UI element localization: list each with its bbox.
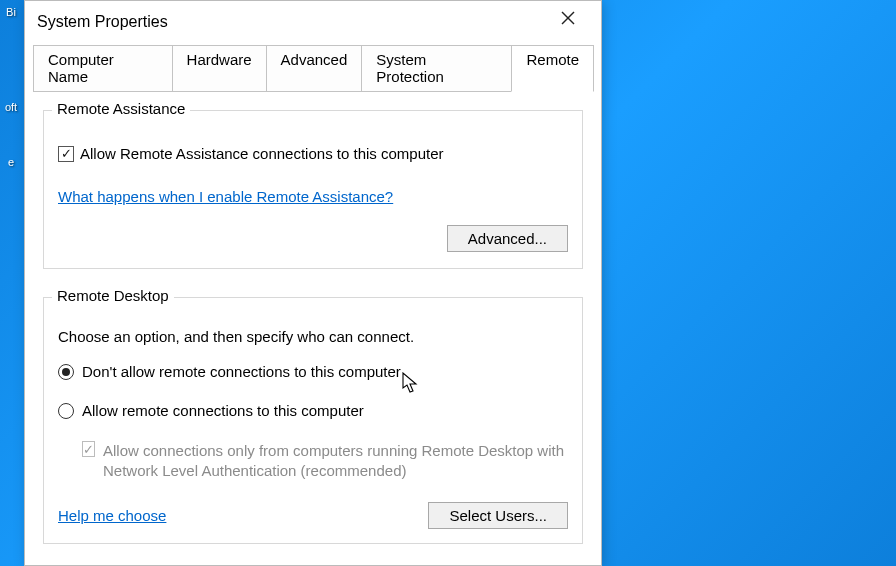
allow-remote-assistance-row: ✓ Allow Remote Assistance connections to… xyxy=(58,145,568,162)
nla-label: Allow connections only from computers ru… xyxy=(103,441,568,482)
radio-dont-allow-label: Don't allow remote connections to this c… xyxy=(82,363,401,380)
allow-remote-assistance-checkbox[interactable]: ✓ xyxy=(58,146,74,162)
tab-advanced[interactable]: Advanced xyxy=(266,45,363,91)
radio-dont-allow[interactable] xyxy=(58,364,74,380)
window-title: System Properties xyxy=(37,13,168,31)
remote-desktop-legend: Remote Desktop xyxy=(52,287,174,304)
nla-checkbox: ✓ xyxy=(82,441,95,457)
remote-assistance-help-row: What happens when I enable Remote Assist… xyxy=(58,188,568,205)
help-me-choose-link[interactable]: Help me choose xyxy=(58,507,166,524)
desktop-icon-edge[interactable]: oft xyxy=(0,100,26,114)
desktop-icon-recycle[interactable]: Bi xyxy=(0,5,26,19)
tabstrip: Computer Name Hardware Advanced System P… xyxy=(33,45,593,91)
close-button[interactable] xyxy=(547,4,589,32)
remote-desktop-group: Remote Desktop Choose an option, and the… xyxy=(43,297,583,544)
desktop-icon-app[interactable]: e xyxy=(0,155,26,169)
titlebar: System Properties xyxy=(25,1,601,41)
select-users-button[interactable]: Select Users... xyxy=(428,502,568,529)
tab-computer-name[interactable]: Computer Name xyxy=(33,45,173,91)
tab-system-protection[interactable]: System Protection xyxy=(361,45,512,91)
remote-assistance-help-link[interactable]: What happens when I enable Remote Assist… xyxy=(58,188,393,205)
remote-desktop-bottom-row: Help me choose Select Users... xyxy=(58,502,568,529)
remote-assistance-group: Remote Assistance ✓ Allow Remote Assista… xyxy=(43,110,583,269)
desktop-icon-label: Bi xyxy=(6,6,16,18)
nla-row: ✓ Allow connections only from computers … xyxy=(82,441,568,482)
radio-dont-allow-row: Don't allow remote connections to this c… xyxy=(58,363,568,380)
radio-allow-label: Allow remote connections to this compute… xyxy=(82,402,364,419)
tab-hardware[interactable]: Hardware xyxy=(172,45,267,91)
desktop-icon-label: e xyxy=(8,156,14,168)
radio-allow[interactable] xyxy=(58,403,74,419)
close-icon xyxy=(561,11,575,25)
remote-desktop-intro: Choose an option, and then specify who c… xyxy=(58,328,568,345)
remote-assistance-legend: Remote Assistance xyxy=(52,100,190,117)
advanced-button[interactable]: Advanced... xyxy=(447,225,568,252)
radio-allow-row: Allow remote connections to this compute… xyxy=(58,402,568,419)
system-properties-window: System Properties Computer Name Hardware… xyxy=(24,0,602,566)
desktop-icon-label: oft xyxy=(5,101,17,113)
tab-content-remote: Remote Assistance ✓ Allow Remote Assista… xyxy=(33,91,593,544)
tab-remote[interactable]: Remote xyxy=(511,45,594,92)
allow-remote-assistance-label: Allow Remote Assistance connections to t… xyxy=(80,145,444,162)
